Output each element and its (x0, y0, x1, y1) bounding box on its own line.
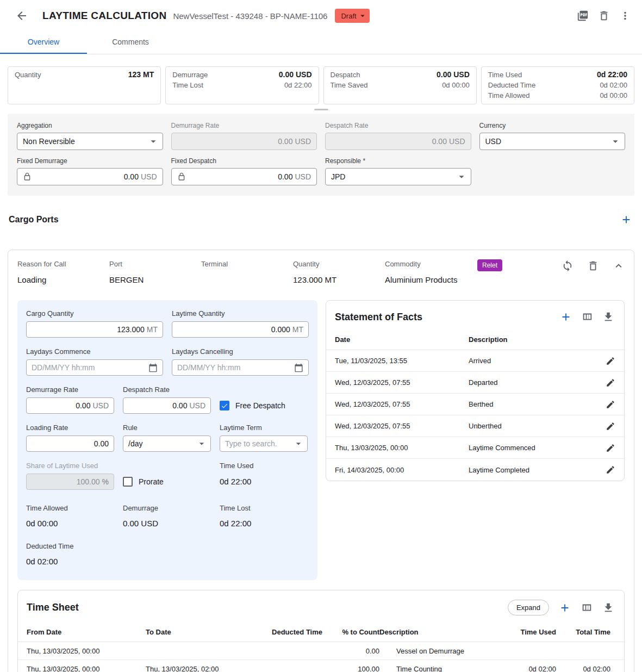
time-sheet-table: From Date To Date Deducted Time % to Cou… (18, 624, 624, 672)
add-period-icon[interactable] (559, 602, 571, 614)
checkbox-label: Prorate (139, 477, 164, 486)
laytime-term-select[interactable]: Type to search. (220, 435, 308, 452)
ts-pct: 0.00 (322, 647, 379, 655)
columns-icon[interactable] (581, 311, 593, 323)
chevron-down-icon (293, 438, 304, 449)
status-badge-label: Draft (341, 12, 356, 20)
download-icon[interactable] (602, 602, 614, 614)
edit-icon[interactable] (606, 400, 615, 409)
loading-rate-field: Loading Rate 0.00 (26, 424, 114, 452)
demurrage-rate-input: 0.00 USD (171, 133, 317, 150)
rule-field: Rule /day (123, 424, 211, 452)
rule-select[interactable]: /day (123, 435, 211, 452)
input-value: 0.00 (278, 172, 292, 181)
time-allowed-stat: Time Allowed 0d 00:00 (26, 504, 114, 528)
summary-value: 0.00 USD (279, 70, 312, 80)
input-value: 0.00 (432, 137, 447, 146)
free-despatch-checkbox[interactable] (220, 401, 229, 410)
delete-port-icon[interactable] (587, 260, 599, 272)
field-value: BERGEN (109, 275, 201, 285)
edit-icon[interactable] (606, 465, 615, 475)
responsible-field: Responsible * JPD (325, 157, 471, 185)
input-placeholder: DD/MM/YY hh:mm (177, 363, 240, 372)
laytime-term-field: Laytime Term Type to search. (220, 424, 308, 452)
time-used-stat: Time Used 0d 22:00 (220, 462, 308, 490)
chevron-down-icon (196, 438, 207, 449)
add-port-icon[interactable] (620, 214, 632, 226)
edit-icon[interactable] (606, 421, 615, 431)
summary-value: 0d 00:00 (600, 90, 627, 101)
responsible-select[interactable]: JPD (325, 168, 471, 185)
column-header-deducted-time: Deducted Time (254, 624, 322, 642)
sof-title: Statement of Facts (335, 312, 422, 323)
time-sheet-title: Time Sheet (27, 602, 79, 613)
header: LAYTIME CALCULATION NewVesselTest - 4392… (0, 0, 642, 32)
input-placeholder: Type to search. (225, 439, 277, 448)
fixed-despatch-input[interactable]: 0.00 USD (171, 168, 317, 185)
currency-suffix: USD (189, 401, 205, 410)
delete-icon[interactable] (598, 10, 610, 22)
port-despatch-rate-input[interactable]: 0.00 USD (123, 397, 211, 414)
currency-select[interactable]: USD (479, 133, 626, 150)
ts-total: 0d 02:00 (556, 665, 610, 672)
stat-value: 0d 22:00 (220, 477, 308, 486)
demurrage-rate-field: Demurrage Rate 0.00 USD (171, 122, 317, 150)
input-value: 0.00 (94, 439, 109, 448)
sof-actions (560, 311, 614, 323)
loading-rate-input[interactable]: 0.00 (26, 435, 114, 452)
collapse-icon[interactable] (613, 260, 625, 272)
sof-row: Tue, 11/03/2025, 13:55 Arrived (326, 350, 624, 372)
laydays-cancelling-input[interactable]: DD/MM/YY hh:mm (172, 359, 309, 376)
currency-suffix: USD (295, 137, 311, 146)
panel-drag-handle[interactable] (314, 109, 328, 110)
field-label: Laytime Quantity (172, 309, 309, 318)
despatch-rate-input: 0.00 USD (325, 133, 471, 150)
laydays-commence-input[interactable]: DD/MM/YY hh:mm (26, 359, 163, 376)
prorate-checkbox[interactable] (123, 477, 133, 487)
share-of-laytime-field: Share of Laytime Used 100.00 % (26, 462, 114, 490)
edit-icon[interactable] (606, 443, 615, 453)
tab-overview[interactable]: Overview (0, 32, 87, 54)
add-fact-icon[interactable] (560, 311, 572, 323)
export-pdf-icon[interactable] (577, 10, 589, 22)
currency-suffix: USD (295, 172, 311, 181)
more-menu-icon[interactable] (619, 10, 631, 22)
summary-value: 0d 22:00 (597, 70, 627, 80)
edit-icon[interactable] (606, 378, 615, 388)
sof-row: Wed, 12/03/2025, 07:55 Unberthed (326, 415, 624, 437)
topbar-actions (577, 10, 631, 22)
cargo-quantity-input[interactable]: 123.000 MT (26, 321, 163, 338)
laytime-quantity-input[interactable]: 0.000 MT (172, 321, 309, 338)
summary-label: Despatch (331, 70, 360, 80)
input-value: 100.00 (77, 477, 100, 486)
laydays-cancelling-field: Laydays Cancelling DD/MM/YY hh:mm (172, 347, 309, 376)
sof-date: Wed, 12/03/2025, 07:55 (335, 422, 469, 430)
edit-icon[interactable] (606, 356, 615, 366)
sof-date: Wed, 12/03/2025, 07:55 (335, 378, 469, 387)
sync-icon[interactable] (562, 260, 574, 272)
input-value: 0.000 (271, 325, 290, 334)
ts-pct: 100.00 (322, 665, 379, 672)
stat-label: Demurrage (123, 504, 211, 512)
port-actions (562, 260, 625, 272)
calendar-icon[interactable] (148, 363, 158, 372)
time-sheet-row: Thu, 13/03/2025, 00:00 0.00 Vessel on De… (18, 642, 624, 660)
port-demurrage-rate-input[interactable]: 0.00 USD (26, 397, 114, 414)
back-icon[interactable] (15, 9, 28, 22)
calendar-icon[interactable] (294, 363, 303, 372)
expand-button[interactable]: Expand (508, 600, 549, 615)
summary-card-demurrage: Demurrage 0.00 USD Time Lost 0d 22:00 (165, 66, 319, 104)
aggregation-select[interactable]: Non Reversible (17, 133, 163, 150)
column-header-total-time: Total Time (556, 624, 610, 642)
sof-row: Fri, 14/03/2025, 00:00 Laytime Completed (326, 459, 624, 481)
status-dropdown[interactable]: Draft (335, 9, 369, 23)
stat-label: Deducted Time (26, 542, 114, 550)
aggregation-field: Aggregation Non Reversible (17, 122, 163, 150)
tab-comments[interactable]: Comments (87, 32, 174, 54)
fixed-despatch-field: Fixed Despatch 0.00 USD (171, 157, 317, 185)
fixed-demurrage-input[interactable]: 0.00 USD (17, 168, 163, 185)
columns-icon[interactable] (581, 602, 593, 614)
calculation-settings: Aggregation Non Reversible Demurrage Rat… (8, 114, 634, 196)
download-icon[interactable] (602, 311, 614, 323)
terminal: Terminal (201, 260, 293, 285)
